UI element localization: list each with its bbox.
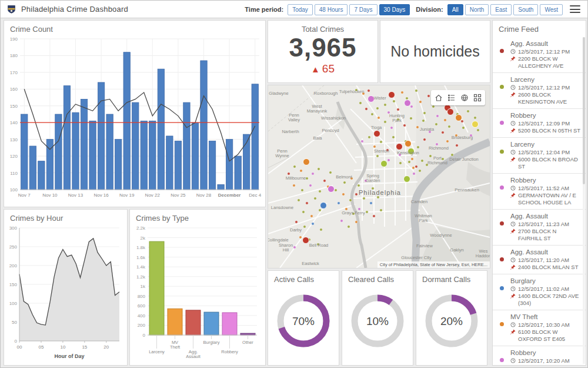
- svg-text:180: 180: [10, 53, 18, 58]
- feed-scrollbar[interactable]: [583, 37, 585, 364]
- svg-text:250: 250: [9, 244, 18, 250]
- time-period-button-30-days[interactable]: 30 Days: [379, 4, 410, 15]
- svg-text:100: 100: [10, 187, 18, 193]
- feed-item[interactable]: Agg. Assault12/5/2017, 11:20 AM2400 BLOC…: [493, 246, 586, 274]
- pushpin-icon: [510, 193, 516, 198]
- svg-text:190: 190: [10, 37, 18, 42]
- feed-crime-type: Agg. Assault: [510, 248, 581, 256]
- svg-text:Robbery: Robbery: [221, 349, 238, 354]
- svg-text:800: 800: [138, 294, 146, 299]
- map-home-button[interactable]: [432, 92, 445, 103]
- division-button-all[interactable]: All: [447, 4, 463, 15]
- feed-item[interactable]: Larceny12/5/2017, 12:04 PM6000 BLOCK N B…: [493, 138, 586, 174]
- pushpin-icon: [510, 293, 516, 299]
- svg-text:Philadelphia: Philadelphia: [359, 189, 401, 196]
- svg-text:400: 400: [138, 313, 146, 319]
- crime-type-dot: [500, 358, 504, 362]
- feed-item[interactable]: Robbery12/5/2017, 10:20 AM4800 BLOCK CHE…: [493, 346, 586, 365]
- division-button-west[interactable]: West: [540, 4, 563, 15]
- pushpin-icon: [510, 157, 516, 162]
- map-toolbar: [431, 90, 485, 105]
- feed-address-row: 2200 BLOCK W ALLEGHENY AVE: [510, 55, 581, 69]
- feed-time: 12/5/2017, 11:23 AM: [518, 221, 569, 228]
- feed-item[interactable]: Robbery12/5/2017, 11:52 AMGERMANTOWN AV …: [493, 174, 586, 210]
- dormant-calls-title: Dormant Calls: [416, 271, 487, 284]
- feed-address: 2700 BLOCK N FAIRHILL ST: [518, 228, 581, 242]
- homicides-panel: No homicides: [380, 20, 490, 83]
- svg-text:100: 100: [9, 301, 18, 306]
- svg-text:150: 150: [9, 282, 18, 287]
- svg-text:Dec 4: Dec 4: [249, 193, 261, 198]
- feed-time: 12/5/2017, 12:12 PM: [518, 84, 570, 91]
- total-crimes-delta: ▲65: [268, 62, 377, 75]
- svg-text:160: 160: [10, 87, 18, 92]
- svg-text:Lansdowne: Lansdowne: [271, 205, 293, 210]
- feed-time: 12/5/2017, 12:12 PM: [518, 48, 570, 55]
- svg-text:Gloucester City: Gloucester City: [401, 255, 432, 260]
- feed-address-row: 5200 BLOCK N 05TH ST: [510, 127, 581, 134]
- feed-item[interactable]: Agg. Assault12/5/2017, 12:12 PM2200 BLOC…: [493, 37, 586, 73]
- app-title: Philadelphia Crime Dashboard: [21, 5, 128, 14]
- crime-count-chart: 100110120130140150160170180190Nov 7Nov 1…: [4, 34, 263, 206]
- feed-crime-type: Larceny: [510, 76, 581, 83]
- feed-crime-type: Robbery: [510, 349, 581, 356]
- svg-text:Bala: Bala: [313, 135, 322, 141]
- svg-text:December: December: [218, 193, 241, 198]
- time-period-button-7-days[interactable]: 7 Days: [349, 4, 377, 15]
- map-panel[interactable]: GladwyneRoxboroughTulpehockenWisterFrank…: [268, 85, 490, 268]
- svg-text:130: 130: [10, 137, 18, 142]
- feed-address: 1400 BLOCK 72ND AVE (304): [518, 293, 581, 307]
- feed-item[interactable]: Agg. Assault12/5/2017, 11:23 AM2700 BLOC…: [493, 210, 586, 246]
- svg-text:Bridesburg: Bridesburg: [452, 135, 473, 140]
- feed-time: 12/5/2017, 12:09 PM: [518, 120, 570, 127]
- svg-text:300: 300: [9, 226, 18, 231]
- svg-text:Fairview: Fairview: [416, 243, 433, 248]
- feed-item[interactable]: Larceny12/5/2017, 12:12 PM2600 BLOCK KEN…: [493, 73, 586, 109]
- feed-time-row: 12/5/2017, 11:20 AM: [510, 257, 581, 264]
- feed-item[interactable]: MV Theft12/5/2017, 10:30 AM6100 BLOCK W …: [493, 310, 586, 346]
- pushpin-icon: [510, 228, 516, 234]
- svg-text:Burglary: Burglary: [203, 340, 220, 345]
- menu-icon[interactable]: [570, 5, 580, 13]
- division-button-south[interactable]: South: [513, 4, 538, 15]
- crimes-by-type-title: Crimes by Type: [130, 210, 265, 223]
- feed-item[interactable]: Burglary12/5/2017, 11:02 AM1400 BLOCK 72…: [493, 274, 586, 310]
- svg-text:Delair Junction: Delair Junction: [449, 157, 479, 162]
- feed-scrollbar-thumb[interactable]: [583, 37, 585, 184]
- svg-text:Roxborough: Roxborough: [314, 91, 338, 96]
- map-legend-button[interactable]: [445, 92, 458, 103]
- svg-text:Nov 13: Nov 13: [68, 193, 83, 198]
- feed-address-row: 2600 BLOCK KENSINGTON AVE: [510, 91, 581, 105]
- feed-time-row: 12/5/2017, 11:23 AM: [510, 221, 581, 228]
- crime-feed-list: Agg. Assault12/5/2017, 12:12 PM2200 BLOC…: [493, 37, 586, 365]
- cleared-calls-gauge: 10%: [347, 290, 408, 352]
- feed-item[interactable]: Robbery12/5/2017, 12:09 PM5200 BLOCK N 0…: [493, 109, 586, 138]
- division-button-east[interactable]: East: [490, 4, 512, 15]
- crime-map[interactable]: GladwyneRoxboroughTulpehockenWisterFrank…: [268, 85, 490, 268]
- svg-text:Larceny: Larceny: [149, 349, 165, 354]
- feed-crime-type: Agg. Assault: [510, 213, 581, 220]
- svg-text:SpringGarden: SpringGarden: [365, 173, 380, 183]
- svg-text:Tioga: Tioga: [371, 125, 382, 130]
- crime-count-title: Crime Count: [4, 21, 265, 34]
- svg-text:PennValley: PennValley: [288, 112, 300, 122]
- svg-text:1.4k: 1.4k: [136, 264, 146, 270]
- time-period-button-today[interactable]: Today: [288, 4, 313, 15]
- feed-address: 2600 BLOCK KENSINGTON AVE: [518, 91, 581, 105]
- feed-time-row: 12/5/2017, 10:20 AM: [510, 357, 581, 364]
- clock-icon: [510, 358, 516, 363]
- time-period-button-48-hours[interactable]: 48 Hours: [315, 4, 348, 15]
- svg-text:0: 0: [143, 333, 146, 338]
- map-basemap-button[interactable]: [471, 92, 484, 103]
- pushpin-icon: [510, 56, 516, 61]
- svg-text:Nov 25: Nov 25: [171, 193, 186, 198]
- map-layers-button[interactable]: [458, 92, 471, 103]
- dormant-calls-gauge: 20%: [421, 290, 482, 352]
- svg-text:15: 15: [82, 344, 87, 350]
- feed-time: 12/5/2017, 11:02 AM: [518, 286, 569, 293]
- division-button-north[interactable]: North: [465, 4, 489, 15]
- total-crimes-panel: Total Crimes 3,965 ▲65: [268, 20, 378, 83]
- crimes-by-hour-panel: Crimes by Hour 0501001502002503000005101…: [4, 209, 128, 366]
- svg-text:Wissahickon: Wissahickon: [321, 115, 346, 121]
- clock-icon: [510, 121, 516, 126]
